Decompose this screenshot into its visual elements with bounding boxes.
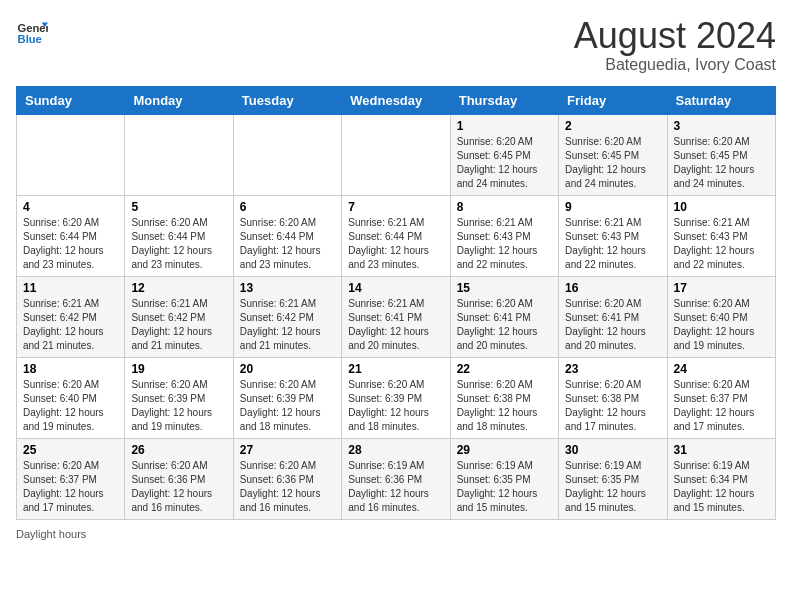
- page-title: August 2024: [574, 16, 776, 56]
- day-detail: Sunrise: 6:20 AM Sunset: 6:41 PM Dayligh…: [457, 297, 552, 353]
- day-detail: Sunrise: 6:21 AM Sunset: 6:44 PM Dayligh…: [348, 216, 443, 272]
- day-detail: Sunrise: 6:20 AM Sunset: 6:39 PM Dayligh…: [348, 378, 443, 434]
- day-number: 20: [240, 362, 335, 376]
- day-detail: Sunrise: 6:20 AM Sunset: 6:44 PM Dayligh…: [240, 216, 335, 272]
- calendar-cell: 21Sunrise: 6:20 AM Sunset: 6:39 PM Dayli…: [342, 357, 450, 438]
- day-detail: Sunrise: 6:20 AM Sunset: 6:39 PM Dayligh…: [131, 378, 226, 434]
- day-number: 27: [240, 443, 335, 457]
- calendar-cell: 1Sunrise: 6:20 AM Sunset: 6:45 PM Daylig…: [450, 114, 558, 195]
- day-detail: Sunrise: 6:20 AM Sunset: 6:37 PM Dayligh…: [674, 378, 769, 434]
- calendar-cell: 12Sunrise: 6:21 AM Sunset: 6:42 PM Dayli…: [125, 276, 233, 357]
- day-number: 24: [674, 362, 769, 376]
- calendar-table: SundayMondayTuesdayWednesdayThursdayFrid…: [16, 86, 776, 520]
- day-detail: Sunrise: 6:20 AM Sunset: 6:45 PM Dayligh…: [565, 135, 660, 191]
- day-number: 9: [565, 200, 660, 214]
- calendar-cell: 15Sunrise: 6:20 AM Sunset: 6:41 PM Dayli…: [450, 276, 558, 357]
- calendar-cell: [17, 114, 125, 195]
- calendar-cell: 11Sunrise: 6:21 AM Sunset: 6:42 PM Dayli…: [17, 276, 125, 357]
- day-number: 10: [674, 200, 769, 214]
- svg-text:Blue: Blue: [18, 33, 42, 45]
- day-detail: Sunrise: 6:20 AM Sunset: 6:45 PM Dayligh…: [457, 135, 552, 191]
- day-number: 1: [457, 119, 552, 133]
- day-detail: Sunrise: 6:20 AM Sunset: 6:38 PM Dayligh…: [457, 378, 552, 434]
- calendar-cell: 5Sunrise: 6:20 AM Sunset: 6:44 PM Daylig…: [125, 195, 233, 276]
- calendar-cell: 17Sunrise: 6:20 AM Sunset: 6:40 PM Dayli…: [667, 276, 775, 357]
- calendar-cell: 2Sunrise: 6:20 AM Sunset: 6:45 PM Daylig…: [559, 114, 667, 195]
- calendar-cell: 28Sunrise: 6:19 AM Sunset: 6:36 PM Dayli…: [342, 438, 450, 519]
- day-header-wednesday: Wednesday: [342, 86, 450, 114]
- day-detail: Sunrise: 6:19 AM Sunset: 6:35 PM Dayligh…: [457, 459, 552, 515]
- day-detail: Sunrise: 6:19 AM Sunset: 6:35 PM Dayligh…: [565, 459, 660, 515]
- day-number: 11: [23, 281, 118, 295]
- day-number: 2: [565, 119, 660, 133]
- day-number: 23: [565, 362, 660, 376]
- day-number: 29: [457, 443, 552, 457]
- day-header-monday: Monday: [125, 86, 233, 114]
- day-number: 18: [23, 362, 118, 376]
- daylight-label: Daylight hours: [16, 528, 86, 540]
- day-detail: Sunrise: 6:20 AM Sunset: 6:40 PM Dayligh…: [674, 297, 769, 353]
- day-number: 28: [348, 443, 443, 457]
- day-detail: Sunrise: 6:20 AM Sunset: 6:40 PM Dayligh…: [23, 378, 118, 434]
- day-number: 6: [240, 200, 335, 214]
- calendar-cell: 31Sunrise: 6:19 AM Sunset: 6:34 PM Dayli…: [667, 438, 775, 519]
- calendar-cell: 18Sunrise: 6:20 AM Sunset: 6:40 PM Dayli…: [17, 357, 125, 438]
- day-number: 19: [131, 362, 226, 376]
- day-detail: Sunrise: 6:20 AM Sunset: 6:36 PM Dayligh…: [131, 459, 226, 515]
- day-number: 8: [457, 200, 552, 214]
- logo: General Blue: [16, 16, 48, 48]
- day-detail: Sunrise: 6:20 AM Sunset: 6:44 PM Dayligh…: [131, 216, 226, 272]
- day-header-friday: Friday: [559, 86, 667, 114]
- day-detail: Sunrise: 6:19 AM Sunset: 6:36 PM Dayligh…: [348, 459, 443, 515]
- day-number: 14: [348, 281, 443, 295]
- day-number: 5: [131, 200, 226, 214]
- day-number: 25: [23, 443, 118, 457]
- calendar-cell: 25Sunrise: 6:20 AM Sunset: 6:37 PM Dayli…: [17, 438, 125, 519]
- calendar-cell: 16Sunrise: 6:20 AM Sunset: 6:41 PM Dayli…: [559, 276, 667, 357]
- day-detail: Sunrise: 6:21 AM Sunset: 6:42 PM Dayligh…: [131, 297, 226, 353]
- day-detail: Sunrise: 6:19 AM Sunset: 6:34 PM Dayligh…: [674, 459, 769, 515]
- calendar-cell: [233, 114, 341, 195]
- day-number: 15: [457, 281, 552, 295]
- footer: Daylight hours: [16, 528, 776, 540]
- day-detail: Sunrise: 6:20 AM Sunset: 6:37 PM Dayligh…: [23, 459, 118, 515]
- day-number: 7: [348, 200, 443, 214]
- day-detail: Sunrise: 6:20 AM Sunset: 6:38 PM Dayligh…: [565, 378, 660, 434]
- day-number: 17: [674, 281, 769, 295]
- day-detail: Sunrise: 6:21 AM Sunset: 6:43 PM Dayligh…: [565, 216, 660, 272]
- title-block: August 2024 Bateguedia, Ivory Coast: [574, 16, 776, 74]
- day-header-tuesday: Tuesday: [233, 86, 341, 114]
- day-number: 3: [674, 119, 769, 133]
- calendar-cell: 3Sunrise: 6:20 AM Sunset: 6:45 PM Daylig…: [667, 114, 775, 195]
- calendar-cell: 22Sunrise: 6:20 AM Sunset: 6:38 PM Dayli…: [450, 357, 558, 438]
- calendar-cell: 29Sunrise: 6:19 AM Sunset: 6:35 PM Dayli…: [450, 438, 558, 519]
- day-detail: Sunrise: 6:20 AM Sunset: 6:45 PM Dayligh…: [674, 135, 769, 191]
- calendar-cell: [125, 114, 233, 195]
- day-header-thursday: Thursday: [450, 86, 558, 114]
- calendar-cell: 30Sunrise: 6:19 AM Sunset: 6:35 PM Dayli…: [559, 438, 667, 519]
- calendar-cell: 20Sunrise: 6:20 AM Sunset: 6:39 PM Dayli…: [233, 357, 341, 438]
- day-detail: Sunrise: 6:21 AM Sunset: 6:41 PM Dayligh…: [348, 297, 443, 353]
- calendar-cell: 23Sunrise: 6:20 AM Sunset: 6:38 PM Dayli…: [559, 357, 667, 438]
- calendar-cell: 9Sunrise: 6:21 AM Sunset: 6:43 PM Daylig…: [559, 195, 667, 276]
- day-number: 12: [131, 281, 226, 295]
- day-header-saturday: Saturday: [667, 86, 775, 114]
- calendar-cell: [342, 114, 450, 195]
- calendar-cell: 26Sunrise: 6:20 AM Sunset: 6:36 PM Dayli…: [125, 438, 233, 519]
- calendar-cell: 10Sunrise: 6:21 AM Sunset: 6:43 PM Dayli…: [667, 195, 775, 276]
- calendar-cell: 24Sunrise: 6:20 AM Sunset: 6:37 PM Dayli…: [667, 357, 775, 438]
- calendar-cell: 4Sunrise: 6:20 AM Sunset: 6:44 PM Daylig…: [17, 195, 125, 276]
- day-detail: Sunrise: 6:20 AM Sunset: 6:36 PM Dayligh…: [240, 459, 335, 515]
- day-number: 21: [348, 362, 443, 376]
- calendar-cell: 13Sunrise: 6:21 AM Sunset: 6:42 PM Dayli…: [233, 276, 341, 357]
- calendar-cell: 14Sunrise: 6:21 AM Sunset: 6:41 PM Dayli…: [342, 276, 450, 357]
- day-number: 30: [565, 443, 660, 457]
- calendar-cell: 7Sunrise: 6:21 AM Sunset: 6:44 PM Daylig…: [342, 195, 450, 276]
- calendar-cell: 8Sunrise: 6:21 AM Sunset: 6:43 PM Daylig…: [450, 195, 558, 276]
- day-detail: Sunrise: 6:21 AM Sunset: 6:42 PM Dayligh…: [23, 297, 118, 353]
- day-number: 22: [457, 362, 552, 376]
- day-number: 26: [131, 443, 226, 457]
- day-detail: Sunrise: 6:20 AM Sunset: 6:41 PM Dayligh…: [565, 297, 660, 353]
- day-detail: Sunrise: 6:20 AM Sunset: 6:44 PM Dayligh…: [23, 216, 118, 272]
- calendar-cell: 6Sunrise: 6:20 AM Sunset: 6:44 PM Daylig…: [233, 195, 341, 276]
